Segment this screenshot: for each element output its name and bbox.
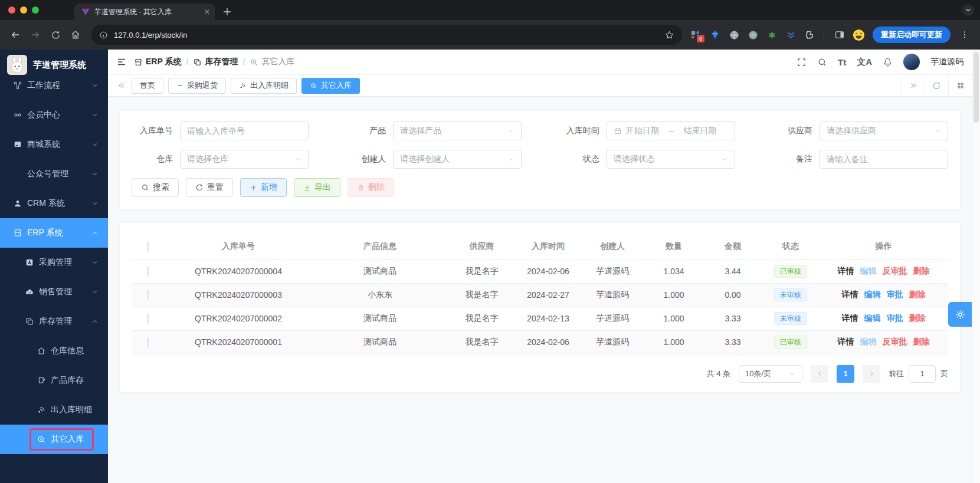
url-text[interactable]: 127.0.0.1/erp/stock/in xyxy=(114,31,654,40)
layout-grid-icon[interactable] xyxy=(948,75,972,96)
browser-menu-kebab-icon[interactable] xyxy=(955,25,974,44)
sidebar-item-sales-management[interactable]: 销售管理 xyxy=(0,277,108,307)
app-logo-row[interactable]: 芋道管理系统 xyxy=(0,50,108,80)
close-window-button[interactable] xyxy=(8,6,15,14)
breadcrumb-item-erp[interactable]: ERP 系统 xyxy=(134,57,181,67)
star-extension-icon[interactable] xyxy=(763,27,780,43)
menu-collapse-icon[interactable] xyxy=(116,57,127,67)
approve-action-link[interactable]: 审批 xyxy=(887,313,903,324)
sidebar-item-stock-record[interactable]: 出入库明细 xyxy=(0,395,108,425)
browser-update-button[interactable]: 重新启动即可更新 xyxy=(873,27,950,43)
sidebar-item-warehouse-info[interactable]: 仓库信息 xyxy=(0,336,108,366)
extensions-puzzle-icon[interactable] xyxy=(801,27,818,43)
sidebar-item-member-center[interactable]: 会员中心 xyxy=(0,100,108,130)
order-no-input[interactable] xyxy=(180,121,309,140)
delete-button[interactable]: 删除 xyxy=(348,178,394,197)
sidebar-item-crm-system[interactable]: CRM 系统 xyxy=(0,189,108,218)
remark-input[interactable] xyxy=(820,150,948,169)
page-scrollbar[interactable] xyxy=(972,50,980,483)
row-checkbox[interactable] xyxy=(148,313,149,324)
unapprove-action-link[interactable]: 反审批 xyxy=(883,266,907,277)
refresh-tab-icon[interactable] xyxy=(925,75,948,96)
add-button[interactable]: 新增 xyxy=(240,178,287,197)
next-page-icon[interactable] xyxy=(863,365,880,383)
double-chevron-extension-icon[interactable] xyxy=(782,27,799,43)
reset-button[interactable]: 重置 xyxy=(186,178,233,197)
sidebar-item-purchase-management[interactable]: 采购管理 xyxy=(0,248,108,277)
new-tab-button[interactable] xyxy=(223,8,231,16)
address-bar[interactable]: 127.0.0.1/erp/stock/in xyxy=(91,25,682,45)
reload-icon[interactable] xyxy=(46,25,65,44)
detail-action-link[interactable]: 详情 xyxy=(842,290,858,300)
tab-home[interactable]: 首页 xyxy=(132,78,163,94)
sidebar-item-stock-management[interactable]: 库存管理 xyxy=(0,307,108,336)
header-search-icon[interactable] xyxy=(817,57,827,67)
warehouse-select[interactable]: 请选择仓库 xyxy=(180,150,309,169)
product-select[interactable]: 请选择产品 xyxy=(393,121,522,140)
gem-extension-icon[interactable] xyxy=(707,27,723,43)
edit-action-link[interactable]: 编辑 xyxy=(864,313,881,324)
supplier-select[interactable]: 请选择供应商 xyxy=(820,121,948,140)
sidebar-item-erp-system[interactable]: ERP 系统 xyxy=(0,218,108,248)
edit-action-link[interactable]: 编辑 xyxy=(860,266,877,277)
search-button[interactable]: 搜索 xyxy=(132,178,179,197)
export-button[interactable]: 导出 xyxy=(294,178,340,197)
row-checkbox[interactable] xyxy=(148,337,149,347)
fullscreen-icon[interactable] xyxy=(797,57,807,67)
forward-icon[interactable] xyxy=(26,25,45,44)
scrollbar-thumb[interactable] xyxy=(974,52,979,123)
bookmark-star-icon[interactable] xyxy=(660,25,679,44)
end-date-placeholder[interactable]: 结束日期 xyxy=(683,126,716,136)
edit-action-link[interactable]: 编辑 xyxy=(864,290,881,300)
disabled-extension-icon-1[interactable] xyxy=(726,27,742,43)
edit-action-link[interactable]: 编辑 xyxy=(860,337,877,347)
tab-close-icon[interactable] xyxy=(204,9,210,15)
detail-action-link[interactable]: 详情 xyxy=(838,266,854,277)
approve-action-link[interactable]: 审批 xyxy=(887,290,903,300)
unapprove-action-link[interactable]: 反审批 xyxy=(883,337,907,347)
current-page-button[interactable]: 1 xyxy=(837,365,854,383)
theme-settings-button[interactable] xyxy=(948,302,972,327)
tabs-scroll-left-icon[interactable] xyxy=(114,81,129,90)
browser-tab[interactable]: 芋道管理系统 - 其它入库 xyxy=(74,4,215,20)
select-all-checkbox[interactable] xyxy=(148,241,149,252)
back-icon[interactable] xyxy=(6,25,25,44)
row-checkbox[interactable] xyxy=(148,266,149,277)
delete-action-link[interactable]: 删除 xyxy=(913,266,930,277)
sidebar-item-mp-management[interactable]: 公众号管理 xyxy=(0,159,108,189)
tab-stock-record[interactable]: 出入库明细 xyxy=(231,78,297,94)
tab-purchase-return[interactable]: 采购退货 xyxy=(168,78,226,94)
breadcrumb-item-stock[interactable]: 库存管理 xyxy=(193,57,238,67)
delete-action-link[interactable]: 删除 xyxy=(909,313,926,324)
page-size-select[interactable]: 10条/页 xyxy=(739,365,802,383)
sidebar-item-product-stock[interactable]: 产品库存 xyxy=(0,366,108,395)
disabled-extension-icon-2[interactable] xyxy=(745,27,761,43)
maximize-window-button[interactable] xyxy=(32,6,39,14)
sidebar-item-mall-system[interactable]: 商城系统 xyxy=(0,130,108,159)
creator-select[interactable]: 请选择创建人 xyxy=(393,150,522,169)
sidebar-item-other-stock-in[interactable]: 其它入库 xyxy=(0,425,108,454)
adblock-extension-icon[interactable]: 6 xyxy=(688,27,704,43)
user-avatar[interactable] xyxy=(903,54,920,70)
tab-other-stock-in[interactable]: 其它入库 xyxy=(301,78,360,94)
start-date-placeholder[interactable]: 开始日期 xyxy=(626,126,659,136)
tabs-scroll-right-icon[interactable] xyxy=(901,75,925,96)
tab-search-chevron-icon[interactable] xyxy=(962,4,974,16)
font-size-icon[interactable]: Tt xyxy=(838,57,846,67)
language-icon[interactable]: 文A xyxy=(857,57,872,68)
row-checkbox[interactable] xyxy=(148,290,149,300)
profile-emoji-avatar[interactable] xyxy=(850,27,867,43)
date-range-picker[interactable]: 开始日期 – 结束日期 xyxy=(607,121,735,140)
prev-page-icon[interactable] xyxy=(811,365,828,383)
delete-action-link[interactable]: 删除 xyxy=(909,290,926,300)
detail-action-link[interactable]: 详情 xyxy=(838,337,854,347)
minimize-window-button[interactable] xyxy=(20,6,27,14)
username[interactable]: 芋道源码 xyxy=(930,57,963,67)
home-icon[interactable] xyxy=(66,25,85,44)
detail-action-link[interactable]: 详情 xyxy=(842,313,858,324)
notification-bell-icon[interactable] xyxy=(883,57,893,67)
side-panel-icon[interactable] xyxy=(830,25,849,44)
status-select[interactable]: 请选择状态 xyxy=(607,150,735,169)
site-info-icon[interactable] xyxy=(99,31,108,40)
delete-action-link[interactable]: 删除 xyxy=(913,337,930,347)
